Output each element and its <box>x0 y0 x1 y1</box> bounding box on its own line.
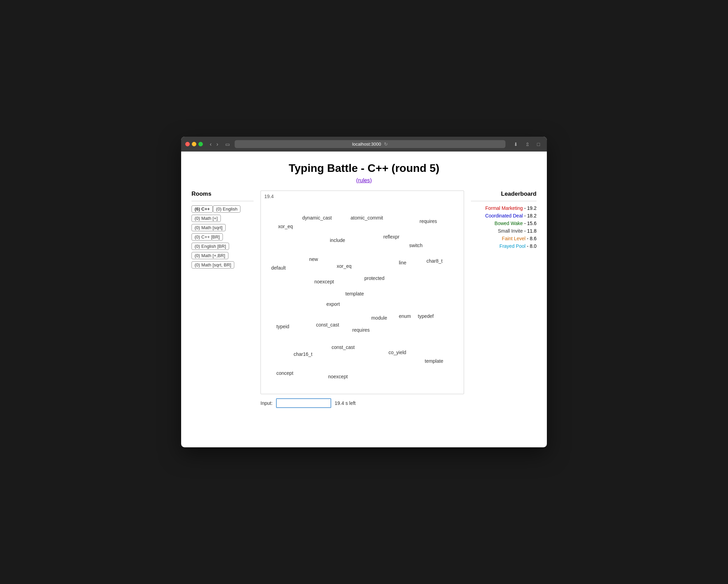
center-panel: 19.4 dynamic_castatomic_commitxor_eqrequ… <box>260 191 464 408</box>
leaderboard-entry: Small Invite - 11.8 <box>471 228 537 234</box>
game-word: requires <box>352 327 370 333</box>
game-word: noexcept <box>328 374 348 379</box>
input-row: Input: 19.4 s left <box>260 398 464 408</box>
leaderboard-divider <box>471 201 537 201</box>
game-word: template <box>425 358 443 364</box>
timer-display: 19.4 <box>264 194 274 199</box>
page-title: Typing Battle - C++ (round 5) <box>188 162 540 175</box>
room-item[interactable]: (0) C++ [BR] <box>191 233 223 241</box>
browser-actions: ⬇ ⇫ □ <box>511 141 543 148</box>
minimize-button[interactable] <box>192 142 196 146</box>
game-word: char16_t <box>294 351 312 357</box>
game-word: const_cast <box>316 322 339 328</box>
time-left-display: 19.4 s left <box>335 400 356 406</box>
game-word: protected <box>364 275 384 281</box>
game-word: template <box>345 291 364 296</box>
close-button[interactable] <box>185 142 190 146</box>
browser-chrome: ‹ › ▭ localhost:3000 ↻ ⬇ ⇫ □ <box>181 137 547 152</box>
game-word: co_yield <box>388 350 406 355</box>
rooms-list: (6) C++(0) English(0) Math [+](0) Math [… <box>191 205 254 271</box>
game-word: noexcept <box>314 279 334 284</box>
main-layout: Rooms (6) C++(0) English(0) Math [+](0) … <box>181 187 547 418</box>
address-bar[interactable]: localhost:3000 ↻ <box>235 140 505 148</box>
leaderboard-entry: Coordinated Deal - 18.2 <box>471 213 537 218</box>
input-label: Input: <box>260 400 273 406</box>
game-word: enum <box>399 313 411 319</box>
browser-content: Typing Battle - C++ (round 5) (rules) Ro… <box>181 152 547 418</box>
game-word: reflexpr <box>383 234 400 240</box>
sidebar-divider <box>191 201 254 201</box>
game-input[interactable] <box>276 398 331 408</box>
room-item[interactable]: (0) Math [+,BR] <box>191 252 228 259</box>
sidebar-toggle-button[interactable]: ▭ <box>223 141 232 148</box>
game-word: switch <box>409 243 423 248</box>
game-word: concept <box>276 370 293 376</box>
game-word: dynamic_cast <box>302 215 332 221</box>
game-area: 19.4 dynamic_castatomic_commitxor_eqrequ… <box>260 191 464 394</box>
game-word: char8_t <box>426 258 443 264</box>
room-item[interactable]: (6) C++ <box>191 205 213 213</box>
game-word: atomic_commit <box>351 215 383 221</box>
rules-link[interactable]: (rules) <box>356 177 372 184</box>
game-word: typedef <box>418 313 434 319</box>
game-word: new <box>309 256 318 262</box>
page-header: Typing Battle - C++ (round 5) (rules) <box>181 152 547 187</box>
game-word: include <box>330 237 345 243</box>
game-word: line <box>399 260 406 265</box>
room-item[interactable]: (0) Math [sqrt, BR] <box>191 261 234 269</box>
room-item[interactable]: (0) Math [sqrt] <box>191 224 226 231</box>
game-word: xor_eq <box>337 263 352 269</box>
sidebar: Rooms (6) C++(0) English(0) Math [+](0) … <box>191 191 254 408</box>
leaderboard-entry: Formal Marketing - 19.2 <box>471 205 537 211</box>
back-button[interactable]: ‹ <box>208 140 214 148</box>
new-tab-button[interactable]: □ <box>534 141 543 148</box>
game-word: typeid <box>276 324 289 329</box>
forward-button[interactable]: › <box>214 140 220 148</box>
maximize-button[interactable] <box>198 142 203 146</box>
game-word: default <box>271 265 286 271</box>
leaderboard-entry: Frayed Pool - 8.0 <box>471 243 537 249</box>
leaderboard-list: Formal Marketing - 19.2Coordinated Deal … <box>471 205 537 249</box>
game-word: const_cast <box>332 344 355 350</box>
game-word: requires <box>420 218 437 224</box>
room-item[interactable]: (0) English <box>213 205 240 213</box>
share-button[interactable]: ⇫ <box>523 141 532 148</box>
traffic-lights <box>185 142 203 146</box>
room-item[interactable]: (0) Math [+] <box>191 215 221 222</box>
refresh-icon[interactable]: ↻ <box>384 142 388 147</box>
download-button[interactable]: ⬇ <box>511 141 521 148</box>
leaderboard-entry: Faint Level - 8.6 <box>471 236 537 241</box>
game-word: xor_eq <box>278 224 293 229</box>
nav-buttons: ‹ › <box>208 140 220 148</box>
game-word: module <box>371 315 387 321</box>
game-word: export <box>326 301 340 307</box>
leaderboard-heading: Leaderboard <box>471 191 537 197</box>
sidebar-heading: Rooms <box>191 191 254 197</box>
browser-window: ‹ › ▭ localhost:3000 ↻ ⬇ ⇫ □ Typing Batt… <box>181 137 547 447</box>
leaderboard-entry: Bowed Wake - 15.6 <box>471 221 537 226</box>
room-item[interactable]: (0) English [BR] <box>191 243 229 250</box>
leaderboard: Leaderboard Formal Marketing - 19.2Coord… <box>471 191 537 408</box>
url-text: localhost:3000 <box>352 142 381 147</box>
